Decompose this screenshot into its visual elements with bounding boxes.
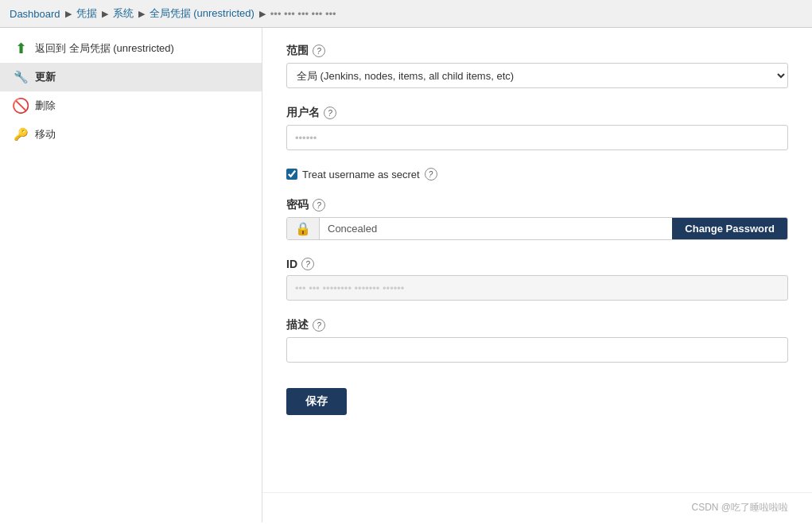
scope-label: 范围 ? xyxy=(286,44,788,58)
description-input[interactable] xyxy=(286,337,788,363)
description-label: 描述 ? xyxy=(286,318,788,332)
treat-username-label[interactable]: Treat username as secret xyxy=(302,169,420,180)
save-button[interactable]: 保存 xyxy=(286,388,347,415)
breadcrumb-system[interactable]: 系统 xyxy=(113,6,134,21)
username-section: 用户名 ? xyxy=(286,106,788,150)
sidebar-item-move-label: 移动 xyxy=(35,127,56,142)
description-help-icon[interactable]: ? xyxy=(313,319,325,332)
username-label: 用户名 ? xyxy=(286,106,788,120)
back-icon: ⬆ xyxy=(13,41,29,56)
breadcrumb-sep-3: ▶ xyxy=(138,9,145,19)
breadcrumb-dashboard[interactable]: Dashboard xyxy=(10,8,60,20)
sidebar-item-move[interactable]: 🔑 移动 xyxy=(0,120,262,149)
treat-username-row: Treat username as secret ? xyxy=(286,168,788,180)
sidebar-item-back[interactable]: ⬆ 返回到 全局凭据 (unrestricted) xyxy=(0,34,262,63)
main-wrapper: 范围 ? 全局 (Jenkins, nodes, items, all chil… xyxy=(262,28,812,522)
sidebar-item-delete-label: 删除 xyxy=(35,99,56,113)
breadcrumb-sep-1: ▶ xyxy=(65,9,72,19)
footer-note: CSDN @吃了睡啦啦啦 xyxy=(262,492,812,522)
username-input[interactable] xyxy=(286,125,788,150)
id-input[interactable] xyxy=(286,275,788,301)
sidebar-item-back-label: 返回到 全局凭据 (unrestricted) xyxy=(35,41,174,56)
treat-username-help-icon[interactable]: ? xyxy=(425,168,437,180)
wrench-icon: 🔧 xyxy=(13,69,29,85)
main-content: 范围 ? 全局 (Jenkins, nodes, items, all chil… xyxy=(262,28,812,492)
description-section: 描述 ? xyxy=(286,318,788,363)
id-help-icon[interactable]: ? xyxy=(301,258,314,270)
breadcrumb-credentials[interactable]: 凭据 xyxy=(76,6,97,21)
sidebar-item-update-label: 更新 xyxy=(35,70,56,84)
breadcrumb: Dashboard ▶ 凭据 ▶ 系统 ▶ 全局凭据 (unrestricted… xyxy=(0,0,812,28)
password-label: 密码 ? xyxy=(286,198,788,212)
breadcrumb-current: ••• ••• ••• ••• ••• xyxy=(270,8,336,20)
delete-icon: 🚫 xyxy=(13,98,29,114)
sidebar-item-delete[interactable]: 🚫 删除 xyxy=(0,91,262,120)
change-password-button[interactable]: Change Password xyxy=(672,218,787,239)
id-label: ID ? xyxy=(286,258,788,270)
breadcrumb-global-credentials[interactable]: 全局凭据 (unrestricted) xyxy=(150,6,254,21)
password-row: 🔒 Concealed Change Password xyxy=(286,217,788,240)
password-section: 密码 ? 🔒 Concealed Change Password xyxy=(286,198,788,240)
id-section: ID ? xyxy=(286,258,788,301)
sidebar-item-update[interactable]: 🔧 更新 xyxy=(0,63,262,91)
scope-section: 范围 ? 全局 (Jenkins, nodes, items, all chil… xyxy=(286,44,788,88)
password-concealed-text: Concealed xyxy=(320,218,672,239)
breadcrumb-sep-2: ▶ xyxy=(102,9,108,19)
move-icon: 🔑 xyxy=(13,126,29,142)
scope-select[interactable]: 全局 (Jenkins, nodes, items, all child ite… xyxy=(286,63,788,88)
username-help-icon[interactable]: ? xyxy=(324,107,336,119)
password-help-icon[interactable]: ? xyxy=(313,199,325,212)
treat-username-checkbox[interactable] xyxy=(286,169,297,180)
sidebar: ⬆ 返回到 全局凭据 (unrestricted) 🔧 更新 🚫 删除 🔑 移动 xyxy=(0,28,262,522)
breadcrumb-sep-4: ▶ xyxy=(259,9,266,19)
lock-icon: 🔒 xyxy=(287,218,320,239)
scope-help-icon[interactable]: ? xyxy=(313,45,325,57)
